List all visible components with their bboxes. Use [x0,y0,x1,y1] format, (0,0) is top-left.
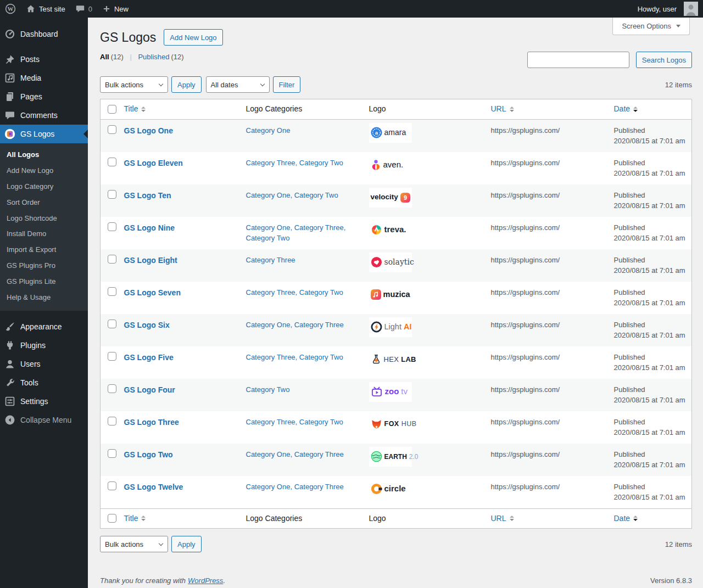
category-link[interactable]: Category One [246,321,291,329]
sort-by-title[interactable]: Title [124,104,146,115]
category-link[interactable]: Category Three [246,288,295,296]
select-all-checkbox[interactable] [108,105,116,114]
gs-logos-submenu: All LogosAdd New LogoLogo CategorySort O… [0,143,88,311]
logo-title-link[interactable]: GS Logo One [124,126,173,135]
sort-by-date[interactable]: Date [614,104,638,115]
submenu-item-install-demo[interactable]: Install Demo [0,226,88,242]
category-link[interactable]: Category One [246,450,291,458]
menu-item-tools[interactable]: Tools [0,373,88,392]
submenu-item-gs-plugins-lite[interactable]: GS Plugins Lite [0,274,88,290]
sort-by-title-footer[interactable]: Title [124,513,146,524]
submenu-item-logo-category[interactable]: Logo Category [0,179,88,195]
menu-item-gs-logos[interactable]: GS Logos [0,125,88,143]
menu-item-settings[interactable]: Settings [0,392,88,411]
logo-status: Published [614,223,645,232]
bulk-actions-select-bottom[interactable]: Bulk actions [100,536,168,552]
plus-icon [102,4,111,13]
category-link[interactable]: Category Two [299,353,343,361]
logo-title-link[interactable]: GS Logo Eleven [124,159,183,167]
menu-item-collapse-menu[interactable]: Collapse Menu [0,411,88,429]
sort-by-url-footer[interactable]: URL [491,513,514,524]
menu-item-appearance[interactable]: Appearance [0,317,88,336]
menu-item-plugins[interactable]: Plugins [0,336,88,355]
category-link[interactable]: Category Three [246,159,295,167]
submenu-item-import-export[interactable]: Import & Export [0,242,88,258]
logo-title-link[interactable]: GS Logo Seven [124,288,181,297]
row-checkbox[interactable] [108,255,116,264]
logo-title-link[interactable]: GS Logo Twelve [124,483,183,491]
category-link[interactable]: Category One [246,191,291,199]
filter-button[interactable]: Filter [273,76,301,93]
category-link[interactable]: Category Three [294,483,344,491]
filter-published-link[interactable]: Published(12) [138,53,183,61]
new-content-menu[interactable]: New [97,0,133,18]
category-link[interactable]: Category Two [299,418,343,426]
menu-item-comments[interactable]: Comments [0,106,88,125]
category-link[interactable]: Category Three [246,418,295,426]
submenu-item-sort-order[interactable]: Sort Order [0,195,88,211]
submenu-item-help-usage[interactable]: Help & Usage [0,290,88,306]
logo-text: 2.0 [409,452,419,462]
category-link[interactable]: Category Two [246,234,290,242]
category-link[interactable]: Category One [246,483,291,491]
account-menu[interactable]: Howdy, user [633,0,703,18]
logo-text: tv [401,385,408,398]
logo-title-link[interactable]: GS Logo Two [124,450,173,459]
menu-item-posts[interactable]: Posts [0,50,88,69]
row-checkbox[interactable] [108,158,116,166]
logo-title-link[interactable]: GS Logo Six [124,321,170,329]
filter-all-link[interactable]: All(12) [100,53,124,61]
menu-item-media[interactable]: Media [0,69,88,87]
menu-item-pages[interactable]: Pages [0,87,88,106]
logo-title-link[interactable]: GS Logo Five [124,353,174,362]
logo-url: https://gsplugins.com/ [486,314,609,346]
category-link[interactable]: Category Three [294,223,344,232]
sort-by-url[interactable]: URL [491,104,514,115]
add-new-logo-button[interactable]: Add New Logo [164,29,222,46]
category-link[interactable]: Category Two [299,159,343,167]
wordpress-link[interactable]: WordPress [188,576,223,585]
category-link[interactable]: Category Three [246,353,295,361]
search-input[interactable] [527,52,629,68]
submenu-item-gs-plugins-pro[interactable]: GS Plugins Pro [0,258,88,274]
submenu-item-all-logos[interactable]: All Logos [0,147,88,163]
row-checkbox[interactable] [108,287,116,296]
category-link[interactable]: Category Two [294,191,338,199]
logo-title-link[interactable]: GS Logo Four [124,385,175,394]
category-link[interactable]: Category Three [294,450,344,458]
category-link[interactable]: Category One [246,223,291,232]
sort-by-date-footer[interactable]: Date [614,513,638,524]
menu-item-dashboard[interactable]: Dashboard [0,25,88,43]
category-link[interactable]: Category Three [294,321,344,329]
menu-item-users[interactable]: Users [0,355,88,373]
row-checkbox[interactable] [108,384,116,393]
apply-button-bottom[interactable]: Apply [171,536,202,552]
apply-button[interactable]: Apply [171,76,202,93]
comments-menu[interactable]: 0 [70,0,97,18]
row-checkbox[interactable] [108,222,116,231]
dates-filter-select[interactable]: All dates [206,76,270,93]
row-checkbox[interactable] [108,125,116,134]
category-link[interactable]: Category Two [299,288,343,296]
select-all-checkbox-footer[interactable] [108,514,116,523]
row-checkbox[interactable] [108,320,116,328]
row-checkbox[interactable] [108,449,116,458]
search-logos-button[interactable]: Search Logos [636,52,692,68]
logo-title-link[interactable]: GS Logo Eight [124,256,177,265]
logo-title-link[interactable]: GS Logo Ten [124,191,171,200]
velocity9-logo-icon: 9 [400,193,410,203]
row-checkbox[interactable] [108,417,116,425]
bulk-actions-select[interactable]: Bulk actions [100,76,168,93]
category-link[interactable]: Category Three [246,256,295,264]
site-name-menu[interactable]: Test site [21,0,70,18]
submenu-item-logo-shortcode[interactable]: Logo Shortcode [0,211,88,227]
logo-title-link[interactable]: GS Logo Three [124,418,179,427]
logo-title-link[interactable]: GS Logo Nine [124,223,175,232]
category-link[interactable]: Category One [246,126,291,135]
submenu-item-add-new-logo[interactable]: Add New Logo [0,163,88,179]
category-link[interactable]: Category Two [246,385,290,394]
row-checkbox[interactable] [108,190,116,199]
row-checkbox[interactable] [108,481,116,490]
wp-logo-menu[interactable]: W [0,0,21,18]
row-checkbox[interactable] [108,352,116,361]
